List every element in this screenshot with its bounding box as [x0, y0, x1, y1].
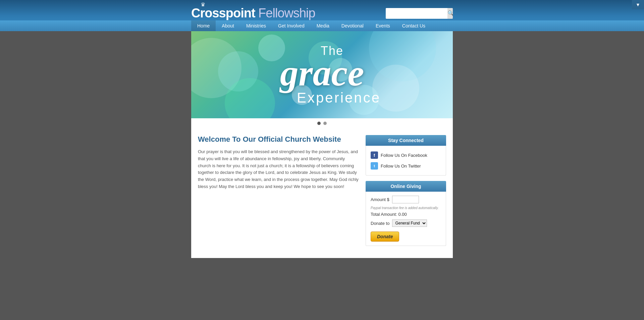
welcome-title: Welcome To Our Official Church Website [198, 135, 359, 144]
chevron-down-icon: ▼ [636, 2, 640, 7]
slide-dot-2[interactable] [323, 122, 327, 125]
donate-to-label: Donate to [371, 221, 389, 226]
nav-item-media[interactable]: Media [311, 20, 335, 31]
crown-icon: ♛ [201, 1, 205, 8]
donate-to-select[interactable]: General Fund [392, 219, 427, 227]
stay-connected-header: Stay Connected [366, 135, 446, 146]
amount-label: Amount $ [371, 197, 389, 202]
facebook-link[interactable]: f Follow Us On Facebook [371, 150, 441, 161]
nav-item-home[interactable]: Home [191, 20, 216, 31]
search-input[interactable] [386, 8, 447, 19]
main-nav: Home About Ministries Get Involved Media… [0, 20, 644, 31]
top-corner-button[interactable]: ▼ [632, 0, 644, 9]
main-content: Welcome To Our Official Church Website O… [198, 135, 359, 251]
logo-text: Crosspoint Fellowship [191, 6, 315, 20]
total-amount: Total Amount: 0.00 [371, 212, 441, 217]
search-button[interactable]: 🔍 [447, 8, 453, 19]
nav-item-contact-us[interactable]: Contact Us [396, 20, 431, 31]
hero-text: The grace Experience [263, 44, 381, 106]
nav-item-get-involved[interactable]: Get Involved [272, 20, 311, 31]
nav-item-events[interactable]: Events [370, 20, 396, 31]
slider-dots [191, 118, 453, 128]
site-logo: ♛ Crosspoint Fellowship [191, 6, 315, 20]
facebook-label: Follow Us On Facebook [381, 153, 427, 158]
amount-input[interactable] [392, 196, 419, 203]
slide-dot-1[interactable] [317, 122, 321, 125]
paypal-note: Paypal transaction fee is added automati… [371, 206, 441, 210]
twitter-icon: t [371, 162, 378, 170]
search-box[interactable]: 🔍 [386, 8, 453, 19]
search-icon: 🔍 [447, 10, 453, 16]
nav-item-ministries[interactable]: Ministries [240, 20, 272, 31]
twitter-link[interactable]: t Follow Us On Twitter [371, 161, 441, 171]
welcome-body: Our prayer is that you will be blessed a… [198, 148, 359, 190]
nav-item-about[interactable]: About [216, 20, 240, 31]
facebook-icon: f [371, 151, 378, 159]
donate-button[interactable]: Donate [371, 232, 399, 242]
online-giving-header: Online Giving [366, 181, 446, 192]
twitter-label: Follow Us On Twitter [381, 164, 421, 169]
hero-banner: The grace Experience [191, 31, 453, 118]
sidebar: Stay Connected f Follow Us On Facebook t… [366, 135, 446, 251]
stay-connected-widget: Stay Connected f Follow Us On Facebook t… [366, 135, 446, 176]
online-giving-widget: Online Giving Amount $ Paypal transactio… [366, 181, 446, 246]
nav-item-devotional[interactable]: Devotional [335, 20, 370, 31]
